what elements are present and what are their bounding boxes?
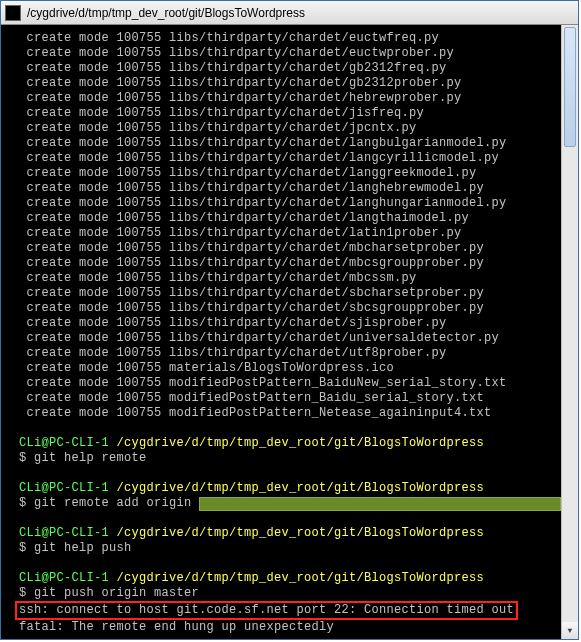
error-highlight: ssh: connect to host git.code.sf.net por… [19, 601, 552, 620]
command-text: git help push [34, 541, 132, 555]
output-line: create mode 100755 libs/thirdparty/chard… [19, 91, 552, 106]
output-line: create mode 100755 modifiedPostPattern_N… [19, 406, 552, 421]
prompt-path: /cygdrive/d/tmp/tmp_dev_root/git/BlogsTo… [117, 571, 485, 585]
terminal-window: /cygdrive/d/tmp/tmp_dev_root/git/BlogsTo… [0, 0, 579, 640]
prompt-path: /cygdrive/d/tmp/tmp_dev_root/git/BlogsTo… [117, 526, 485, 540]
terminal-content: create mode 100755 libs/thirdparty/chard… [5, 31, 574, 635]
output-line: create mode 100755 libs/thirdparty/chard… [19, 136, 552, 151]
output-line: create mode 100755 libs/thirdparty/chard… [19, 196, 552, 211]
command-text: git push origin master [34, 586, 199, 600]
command-line: $ git help push [19, 541, 552, 556]
output-line: create mode 100755 libs/thirdparty/chard… [19, 316, 552, 331]
output-line: create mode 100755 libs/thirdparty/chard… [19, 256, 552, 271]
output-line: create mode 100755 libs/thirdparty/chard… [19, 331, 552, 346]
prompt-path: /cygdrive/d/tmp/tmp_dev_root/git/BlogsTo… [117, 481, 485, 495]
output-line: create mode 100755 libs/thirdparty/chard… [19, 241, 552, 256]
output-line: create mode 100755 libs/thirdparty/chard… [19, 121, 552, 136]
prompt-line: CLi@PC-CLI-1 /cygdrive/d/tmp/tmp_dev_roo… [19, 436, 552, 451]
output-line: create mode 100755 libs/thirdparty/chard… [19, 106, 552, 121]
output-line: create mode 100755 libs/thirdparty/chard… [19, 301, 552, 316]
ssh-error: ssh: connect to host git.code.sf.net por… [19, 603, 514, 617]
command-text: git help remote [34, 451, 147, 465]
command-line: $ git remote add origin [19, 496, 552, 511]
output-line: create mode 100755 libs/thirdparty/chard… [19, 226, 552, 241]
scrollbar[interactable]: ▼ [561, 25, 578, 639]
titlebar[interactable]: /cygdrive/d/tmp/tmp_dev_root/git/BlogsTo… [1, 1, 578, 25]
command-line: $ git help remote [19, 451, 552, 466]
output-line: create mode 100755 libs/thirdparty/chard… [19, 286, 552, 301]
scrollbar-thumb[interactable] [564, 27, 576, 147]
terminal-body[interactable]: create mode 100755 libs/thirdparty/chard… [1, 25, 578, 639]
app-icon [5, 5, 21, 21]
output-line: create mode 100755 libs/thirdparty/chard… [19, 151, 552, 166]
window-title: /cygdrive/d/tmp/tmp_dev_root/git/BlogsTo… [27, 6, 305, 20]
redacted-region [199, 497, 561, 511]
scroll-down-icon[interactable]: ▼ [562, 622, 578, 639]
output-line: create mode 100755 libs/thirdparty/chard… [19, 271, 552, 286]
output-line: create mode 100755 modifiedPostPattern_B… [19, 391, 552, 406]
output-line: create mode 100755 libs/thirdparty/chard… [19, 61, 552, 76]
prompt-user: CLi@PC-CLI-1 [19, 571, 109, 585]
prompt-user: CLi@PC-CLI-1 [19, 526, 109, 540]
prompt-user: CLi@PC-CLI-1 [19, 481, 109, 495]
prompt-line: CLi@PC-CLI-1 /cygdrive/d/tmp/tmp_dev_roo… [19, 481, 552, 496]
command-line: $ git push origin master [19, 586, 552, 601]
prompt-path: /cygdrive/d/tmp/tmp_dev_root/git/BlogsTo… [117, 436, 485, 450]
prompt-line: CLi@PC-CLI-1 /cygdrive/d/tmp/tmp_dev_roo… [19, 526, 552, 541]
command-text: git remote add origin [34, 496, 199, 510]
output-line: create mode 100755 materials/BlogsToWord… [19, 361, 552, 376]
output-line: create mode 100755 libs/thirdparty/chard… [19, 76, 552, 91]
output-line: create mode 100755 libs/thirdparty/chard… [19, 31, 552, 46]
fatal-error: fatal: The remote end hung up unexpected… [19, 620, 552, 635]
output-line: create mode 100755 libs/thirdparty/chard… [19, 211, 552, 226]
prompt-line: CLi@PC-CLI-1 /cygdrive/d/tmp/tmp_dev_roo… [19, 571, 552, 586]
output-line: create mode 100755 libs/thirdparty/chard… [19, 166, 552, 181]
output-line: create mode 100755 libs/thirdparty/chard… [19, 46, 552, 61]
output-line: create mode 100755 libs/thirdparty/chard… [19, 346, 552, 361]
prompt-user: CLi@PC-CLI-1 [19, 436, 109, 450]
output-line: create mode 100755 libs/thirdparty/chard… [19, 181, 552, 196]
output-line: create mode 100755 modifiedPostPattern_B… [19, 376, 552, 391]
